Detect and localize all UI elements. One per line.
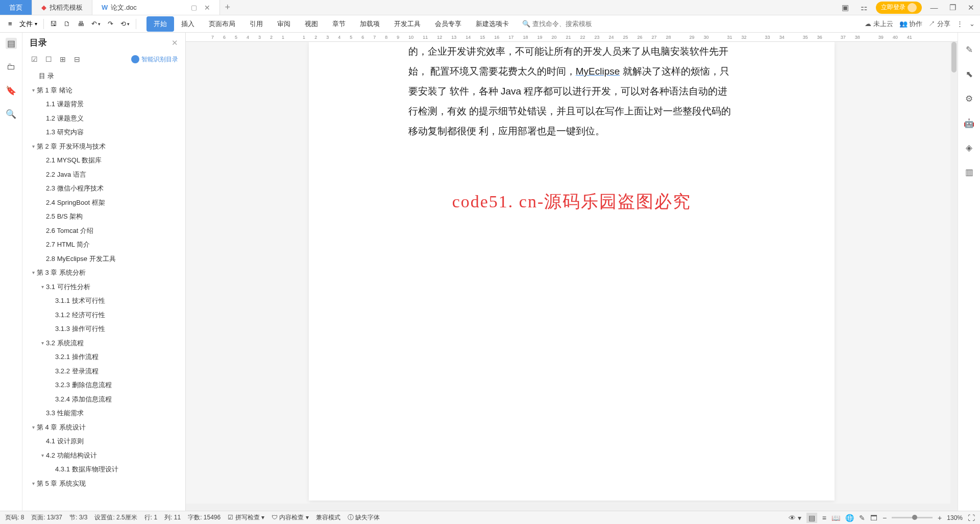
- apps-icon[interactable]: ⚏: [854, 0, 873, 15]
- tree-item[interactable]: 1.3 研究内容: [22, 125, 185, 139]
- doc-paragraph[interactable]: 的，企业开发讲究效率，不可能让所有的开发人员来了从电脑安装软件先开始， 配置环境…: [408, 42, 735, 141]
- toc-expand-icon[interactable]: ☐: [44, 55, 53, 64]
- menu-view[interactable]: 视图: [298, 16, 325, 32]
- menu-devtools[interactable]: 开发工具: [387, 16, 428, 32]
- page[interactable]: 的，企业开发讲究效率，不可能让所有的开发人员来了从电脑安装软件先开始， 配置环境…: [309, 42, 835, 501]
- close-window-icon[interactable]: ✕: [962, 0, 980, 15]
- layout-icon[interactable]: ▥: [964, 166, 975, 178]
- tree-item[interactable]: 1.2 课题意义: [22, 111, 185, 126]
- menu-member[interactable]: 会员专享: [428, 16, 469, 32]
- toc-check-icon[interactable]: ☑: [30, 55, 39, 64]
- status-words[interactable]: 字数: 15496: [188, 513, 220, 522]
- zoom-slider[interactable]: [892, 517, 933, 518]
- menu-review[interactable]: 审阅: [270, 16, 298, 32]
- web-view-icon[interactable]: 🌐: [845, 514, 854, 522]
- bookmark-icon[interactable]: 🔖: [6, 85, 17, 96]
- print-icon[interactable]: 🖶: [75, 18, 87, 29]
- tree-item[interactable]: 2.8 MyEclipse 开发工具: [22, 252, 185, 266]
- tree-item[interactable]: 3.1.1 技术可行性: [22, 294, 185, 308]
- login-button[interactable]: 立即登录: [876, 2, 922, 14]
- tree-item[interactable]: 3.2.4 添加信息流程: [22, 392, 185, 407]
- chevron-down-icon[interactable]: ▾: [39, 283, 46, 291]
- chevron-down-icon[interactable]: ▾: [30, 480, 37, 487]
- fullscreen-icon[interactable]: ⛶: [968, 514, 975, 522]
- tree-item[interactable]: 2.5 B/S 架构: [22, 209, 185, 224]
- settings-icon[interactable]: ⚙: [964, 93, 975, 104]
- tree-item[interactable]: 2.4 SpringBoot 框架: [22, 196, 185, 210]
- status-missingfont[interactable]: ⓘ 缺失字体: [348, 513, 380, 522]
- tree-item[interactable]: 4.1 设计原则: [22, 434, 185, 448]
- menu-start[interactable]: 开始: [146, 16, 174, 32]
- undo-icon[interactable]: ↶▾: [88, 18, 104, 29]
- tree-item[interactable]: ▾4.2 功能结构设计: [22, 448, 185, 463]
- chevron-down-icon[interactable]: ▾: [39, 339, 46, 347]
- outline-close-icon[interactable]: ✕: [172, 38, 178, 47]
- tab-close-icon[interactable]: ✕: [204, 4, 210, 12]
- chevron-down-icon[interactable]: ▾: [30, 142, 37, 150]
- tree-item[interactable]: ▾3.1 可行性分析: [22, 280, 185, 294]
- file-menu[interactable]: 文件 ▾: [16, 19, 40, 29]
- vertical-scrollbar[interactable]: [950, 42, 958, 511]
- zoom-in-icon[interactable]: +: [938, 514, 942, 522]
- collapse-ribbon-icon[interactable]: ⌄: [969, 20, 975, 28]
- horizontal-scrollbar[interactable]: [186, 504, 950, 511]
- collab-button[interactable]: 👥 协作: [899, 19, 923, 29]
- status-page[interactable]: 页面: 13/37: [31, 513, 62, 522]
- zoom-thumb[interactable]: [912, 515, 917, 520]
- menu-insert[interactable]: 插入: [174, 16, 202, 32]
- tab-restore-icon[interactable]: ▢: [191, 4, 197, 11]
- smart-toc-button[interactable]: 智能识别目录: [131, 55, 178, 64]
- format-painter-icon[interactable]: ⟲▾: [117, 18, 133, 29]
- status-setting[interactable]: 设置值: 2.5厘米: [94, 513, 137, 522]
- page-view-icon[interactable]: ▤: [806, 513, 817, 523]
- pencil-icon[interactable]: ✎: [964, 44, 975, 55]
- status-page-num[interactable]: 页码: 8: [5, 513, 24, 522]
- premium-icon[interactable]: ◈: [964, 142, 975, 153]
- search-input[interactable]: [532, 20, 604, 28]
- tree-item[interactable]: 3.2.3 删除信息流程: [22, 378, 185, 392]
- maximize-icon[interactable]: ❐: [943, 0, 962, 15]
- chevron-down-icon[interactable]: ▾: [30, 86, 37, 94]
- tree-item[interactable]: 2.7 HTML 简介: [22, 237, 185, 252]
- tab-home[interactable]: 首页: [0, 0, 32, 15]
- ruler[interactable]: 7654321123456789101112131415161718192021…: [186, 33, 958, 42]
- toc-remove-icon[interactable]: ⊟: [72, 55, 82, 64]
- folder-icon[interactable]: 🗀: [6, 61, 17, 73]
- tree-item[interactable]: 3.1.2 经济可行性: [22, 308, 185, 322]
- tree-item[interactable]: ▾3.2 系统流程: [22, 336, 185, 350]
- chevron-down-icon[interactable]: ▾: [30, 269, 37, 276]
- outline-view-icon[interactable]: ≡: [822, 514, 826, 522]
- tree-item[interactable]: ▾第 5 章 系统实现: [22, 477, 185, 491]
- outline-icon[interactable]: ▤: [6, 38, 17, 49]
- share-button[interactable]: ↗ 分享: [928, 19, 950, 29]
- page-container[interactable]: 的，企业开发讲究效率，不可能让所有的开发人员来了从电脑安装软件先开始， 配置环境…: [186, 42, 958, 511]
- status-compat[interactable]: 兼容模式: [316, 513, 340, 522]
- more-icon[interactable]: ⋮: [957, 20, 963, 28]
- tree-item[interactable]: ▾第 4 章 系统设计: [22, 420, 185, 435]
- tree-item[interactable]: 2.6 Tomcat 介绍: [22, 224, 185, 238]
- find-icon[interactable]: 🔍: [6, 108, 17, 120]
- tree-item[interactable]: 2.2 Java 语言: [22, 168, 185, 182]
- hamburger-icon[interactable]: ≡: [5, 20, 15, 28]
- tree-item[interactable]: 3.2.1 操作流程: [22, 350, 185, 364]
- status-row[interactable]: 行: 1: [144, 513, 157, 522]
- eye-icon[interactable]: 👁 ▾: [789, 514, 801, 522]
- status-spellcheck[interactable]: ☑ 拼写检查 ▾: [228, 513, 264, 522]
- tree-item[interactable]: ▾第 3 章 系统分析: [22, 266, 185, 280]
- print-preview-icon[interactable]: 🗋: [61, 18, 74, 29]
- tree-item[interactable]: 1.1 课题背景: [22, 97, 185, 111]
- tree-item[interactable]: 3.1.3 操作可行性: [22, 322, 185, 336]
- minimize-icon[interactable]: —: [925, 0, 943, 15]
- status-section[interactable]: 节: 3/3: [69, 513, 87, 522]
- search-box[interactable]: 🔍: [522, 20, 604, 28]
- tree-item[interactable]: 2.3 微信小程序技术: [22, 181, 185, 196]
- toc-root[interactable]: 目 录: [22, 69, 185, 83]
- redo-icon[interactable]: ↷: [105, 18, 116, 29]
- tree-item[interactable]: 3.2.2 登录流程: [22, 364, 185, 378]
- tree-item[interactable]: 4.3.1 数据库物理设计: [22, 462, 185, 477]
- menu-reference[interactable]: 引用: [242, 16, 270, 32]
- menu-newtab[interactable]: 新建选项卡: [469, 16, 516, 32]
- zoom-value[interactable]: 130%: [947, 514, 963, 521]
- menu-addin[interactable]: 加载项: [353, 16, 387, 32]
- tree-item[interactable]: 2.1 MYSQL 数据库: [22, 153, 185, 168]
